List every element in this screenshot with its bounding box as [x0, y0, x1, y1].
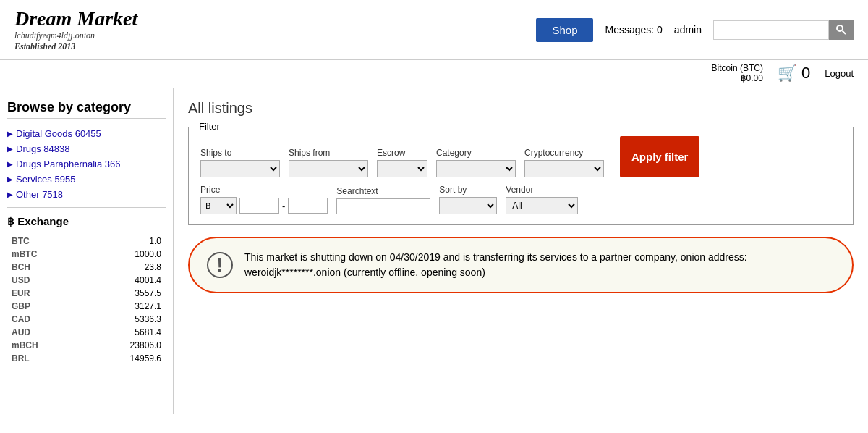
exchange-value: 3557.5 [82, 287, 164, 299]
search-button[interactable] [829, 20, 854, 40]
exchange-currency: BTC [9, 235, 80, 247]
main-layout: Browse by category ▶ Digital Goods 60455… [0, 88, 868, 414]
drugs-para-link[interactable]: Drugs Paraphernalia 366 [16, 159, 121, 169]
sidebar-item-other[interactable]: ▶ Other 7518 [7, 189, 166, 200]
cryptocurrency-select[interactable] [524, 160, 604, 177]
logo-area: Dream Market lchudifyeqm4ldjj.onion Esta… [14, 7, 174, 52]
logout-link[interactable]: Logout [825, 68, 854, 79]
arrow-icon: ▶ [7, 175, 13, 183]
exchange-value: 5681.4 [82, 327, 164, 338]
ships-to-label: Ships to [200, 148, 280, 158]
exchange-value: 1000.0 [82, 248, 164, 260]
sidebar-item-drugs[interactable]: ▶ Drugs 84838 [7, 143, 166, 154]
exchange-row: BTC1.0 [9, 235, 164, 247]
digital-goods-count: 60455 [75, 128, 101, 139]
drugs-link[interactable]: Drugs 84838 [16, 143, 69, 154]
sidebar-divider [7, 207, 166, 208]
exchange-value: 5336.3 [82, 314, 164, 325]
logo-established: Established 2013 [14, 41, 174, 52]
btc-label: Bitcoin (BTC) [712, 63, 763, 73]
drugs-para-count: 366 [105, 159, 121, 169]
exchange-title: ฿ Exchange [7, 215, 166, 228]
price-group: Price ฿ - [200, 185, 328, 214]
services-link[interactable]: Services 5955 [16, 174, 75, 185]
header-nav: Shop Messages: 0 admin [174, 18, 854, 42]
escrow-label: Escrow [377, 148, 427, 158]
sidebar-title: Browse by category [7, 100, 166, 119]
content-area: All listings Filter Ships to Ships from … [174, 88, 868, 414]
sidebar-item-drugs-para[interactable]: ▶ Drugs Paraphernalia 366 [7, 159, 166, 169]
exchange-row: AUD5681.4 [9, 327, 164, 338]
exchange-value: 23806.0 [82, 340, 164, 351]
arrow-icon: ▶ [7, 145, 13, 153]
exchange-currency: EUR [9, 287, 80, 299]
arrow-icon: ▶ [7, 190, 13, 198]
digital-goods-link[interactable]: Digital Goods 60455 [16, 128, 101, 139]
exchange-row: EUR3557.5 [9, 287, 164, 299]
logo-domain: lchudifyeqm4ldjj.onion [14, 30, 174, 41]
drugs-count: 84838 [43, 143, 69, 154]
cryptocurrency-label: Cryptocurrency [524, 148, 604, 158]
sort-by-group: Sort by [439, 185, 497, 214]
exchange-value: 4001.4 [82, 274, 164, 286]
apply-filter-button[interactable]: Apply filter [620, 136, 699, 177]
search-area [713, 20, 854, 40]
sort-by-select[interactable] [439, 197, 497, 214]
messages-link[interactable]: Messages: 0 [605, 24, 662, 35]
filter-row-2: Price ฿ - Searchtext Sort by [200, 185, 841, 214]
filter-box: Filter Ships to Ships from Escrow Catego… [188, 127, 854, 225]
vendor-select[interactable]: All [506, 197, 578, 214]
price-max-input[interactable] [288, 198, 328, 214]
svg-line-1 [843, 31, 846, 35]
cart-icon[interactable]: 🛒 0 [778, 64, 810, 83]
other-link[interactable]: Other 7518 [16, 189, 63, 200]
admin-link[interactable]: admin [674, 24, 702, 35]
filter-row-1: Ships to Ships from Escrow Category Cryp… [200, 136, 841, 177]
price-currency-select[interactable]: ฿ [200, 197, 237, 214]
exchange-row: BCH23.8 [9, 261, 164, 273]
exchange-currency: BRL [9, 353, 80, 364]
exchange-currency: CAD [9, 314, 80, 325]
other-count: 7518 [42, 189, 63, 200]
ships-from-select[interactable] [289, 160, 368, 177]
category-select[interactable] [436, 160, 516, 177]
searchtext-input[interactable] [336, 198, 430, 214]
header: Dream Market lchudifyeqm4ldjj.onion Esta… [0, 0, 868, 60]
services-count: 5955 [54, 174, 75, 185]
escrow-select[interactable] [377, 160, 427, 177]
searchtext-label: Searchtext [336, 186, 430, 196]
cryptocurrency-group: Cryptocurrency [524, 148, 604, 177]
sidebar: Browse by category ▶ Digital Goods 60455… [0, 88, 174, 414]
search-icon [835, 24, 847, 35]
vendor-group: Vendor All [506, 185, 578, 214]
exchange-currency: GBP [9, 300, 80, 312]
vendor-label: Vendor [506, 185, 578, 195]
logo-title: Dream Market [14, 7, 174, 30]
exchange-currency: BCH [9, 261, 80, 273]
price-min-input[interactable] [239, 198, 279, 214]
exchange-row: USD4001.4 [9, 274, 164, 286]
exchange-row: mBCH23806.0 [9, 340, 164, 351]
arrow-icon: ▶ [7, 160, 13, 168]
arrow-icon: ▶ [7, 130, 13, 138]
category-label: Category [436, 148, 516, 158]
exchange-row: CAD5336.3 [9, 314, 164, 325]
alert-text: This market is shutting down on 04/30/20… [244, 250, 835, 280]
btc-info: Bitcoin (BTC) ฿0.00 [712, 63, 763, 83]
exchange-currency: USD [9, 274, 80, 286]
sidebar-item-services[interactable]: ▶ Services 5955 [7, 174, 166, 185]
ships-from-label: Ships from [289, 148, 368, 158]
escrow-group: Escrow [377, 148, 427, 177]
search-input[interactable] [713, 20, 829, 40]
sort-by-label: Sort by [439, 185, 497, 195]
ships-to-select[interactable] [200, 160, 280, 177]
exchange-currency: mBTC [9, 248, 80, 260]
exchange-value: 14959.6 [82, 353, 164, 364]
price-row: ฿ - [200, 197, 328, 214]
exchange-row: GBP3127.1 [9, 300, 164, 312]
sidebar-item-digital-goods[interactable]: ▶ Digital Goods 60455 [7, 128, 166, 139]
category-group: Category [436, 148, 516, 177]
price-separator: - [282, 201, 285, 211]
shop-button[interactable]: Shop [536, 18, 593, 42]
price-label: Price [200, 185, 328, 195]
